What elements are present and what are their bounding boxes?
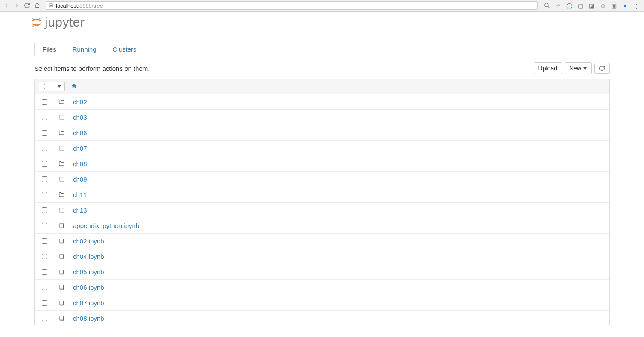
svg-point-5 [32,18,33,18]
breadcrumb-home[interactable] [71,83,77,91]
list-item: ch02.ipynb [35,233,609,249]
logo-text: jupyter [45,15,85,30]
refresh-icon [599,65,605,71]
item-link[interactable]: ch08.ipynb [73,315,104,322]
jupyter-logo[interactable]: jupyter [31,15,85,30]
svg-point-1 [545,3,548,7]
list-item: ch02 [35,94,609,109]
item-link[interactable]: ch05.ipynb [73,268,104,276]
notebook-icon [58,222,65,229]
home-button[interactable] [33,2,41,9]
item-checkbox[interactable] [42,300,47,306]
item-link[interactable]: appendix_python.ipynb [73,222,139,229]
item-checkbox[interactable] [42,285,47,290]
extension-icon-3[interactable]: ◪ [588,2,595,9]
list-item: ch03 [35,109,609,125]
item-checkbox[interactable] [42,146,47,151]
zoom-icon[interactable] [544,2,550,9]
item-link[interactable]: ch02.ipynb [73,237,104,245]
svg-point-4 [33,25,34,27]
file-list: ch02ch03ch06ch07ch08ch09ch11ch13appendix… [34,79,610,326]
svg-point-3 [39,18,40,19]
folder-icon [58,191,65,198]
item-checkbox[interactable] [42,130,47,136]
folder-icon [58,176,65,182]
home-icon [71,83,77,89]
folder-icon [58,114,65,121]
select-menu-dropdown[interactable] [54,82,64,91]
menu-icon[interactable]: ⋮ [633,2,640,9]
notebook-icon [58,284,65,291]
extension-icon-1[interactable]: ◯ [566,2,573,9]
url-text: localhost:8888/tree [56,3,103,9]
list-item: appendix_python.ipynb [35,218,609,233]
star-icon[interactable]: ☆ [555,2,562,9]
item-link[interactable]: ch13 [73,206,87,214]
item-link[interactable]: ch09 [73,176,87,183]
folder-icon [58,99,65,105]
notebook-icon [58,300,65,306]
item-link[interactable]: ch04.ipynb [73,253,104,260]
extension-icon-5[interactable]: ● [622,2,629,9]
item-link[interactable]: ch08 [73,160,87,167]
item-link[interactable]: ch07 [73,145,87,152]
list-item: ch09 [35,171,609,187]
item-link[interactable]: ch06 [73,129,87,137]
extension-icon-2[interactable]: ▢ [577,2,584,9]
tab-running[interactable]: Running [64,42,105,56]
select-all-checkbox[interactable] [44,84,49,89]
item-link[interactable]: ch11 [73,191,87,198]
list-item: ch13 [35,202,609,218]
item-checkbox[interactable] [42,99,47,105]
item-checkbox[interactable] [42,207,47,213]
chevron-down-icon [583,67,587,70]
svg-line-2 [548,6,550,8]
site-info-icon[interactable] [49,3,53,9]
refresh-button[interactable] [594,63,610,74]
list-item: ch07 [35,140,609,156]
list-item: ch05.ipynb [35,264,609,279]
page-header: jupyter [0,12,644,33]
item-checkbox[interactable] [42,238,47,244]
notebook-icon [58,269,65,275]
list-item: ch08 [35,156,609,171]
item-link[interactable]: ch03 [73,114,87,121]
item-link[interactable]: ch02 [73,98,87,106]
cast-icon[interactable]: ▣ [611,2,617,9]
extension-icon-4[interactable]: ✿ [599,2,606,9]
item-checkbox[interactable] [42,161,47,167]
back-button[interactable] [3,2,10,9]
list-header [35,79,609,94]
reload-button[interactable] [23,2,31,9]
item-checkbox[interactable] [42,176,47,182]
tab-clusters[interactable]: Clusters [105,42,145,56]
item-checkbox[interactable] [42,269,47,275]
notebook-icon [58,238,65,244]
list-item: ch06.ipynb [35,279,609,295]
item-link[interactable]: ch06.ipynb [73,284,104,291]
item-checkbox[interactable] [42,192,47,197]
item-checkbox[interactable] [42,115,47,120]
folder-icon [58,161,65,167]
list-item: ch08.ipynb [35,310,609,326]
chevron-down-icon [58,85,61,88]
notebook-icon [58,315,65,322]
folder-icon [58,207,65,213]
address-bar[interactable]: localhost:8888/tree [46,1,538,10]
forward-button[interactable] [13,2,21,9]
folder-icon [58,130,65,136]
upload-button[interactable]: Upload [534,62,562,74]
item-checkbox[interactable] [42,316,47,321]
item-checkbox[interactable] [42,254,47,259]
item-link[interactable]: ch07.ipynb [73,299,104,307]
folder-icon [58,145,65,152]
list-item: ch04.ipynb [35,249,609,264]
list-item: ch06 [35,125,609,140]
tab-files[interactable]: Files [34,42,64,56]
new-dropdown[interactable]: New [565,62,592,74]
notebook-icon [58,253,65,260]
list-item: ch07.ipynb [35,295,609,310]
item-checkbox[interactable] [42,223,47,228]
list-item: ch11 [35,187,609,202]
tab-bar: FilesRunningClusters [34,42,610,56]
